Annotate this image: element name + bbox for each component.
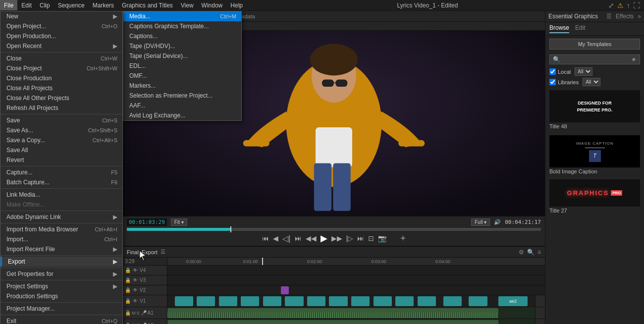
fullscreen-icon[interactable]: ⛶ <box>633 1 640 9</box>
timeline-ruler[interactable]: 3:29 0:00:00 0:01:00 0:02:00 0:03:00 0:0… <box>123 258 545 266</box>
menu-item-save[interactable]: Save Ctrl+S <box>0 115 122 125</box>
export-icon[interactable]: ↑ <box>627 1 630 9</box>
local-checkbox[interactable] <box>549 68 556 75</box>
menu-item-project-manager[interactable]: Project Manager... <box>0 304 122 314</box>
track-a2-lock[interactable]: 🔒 <box>125 323 131 324</box>
menu-item-save-as[interactable]: Save As... Ctrl+Shift+S <box>0 125 122 135</box>
track-a1-solo[interactable]: S <box>137 311 140 316</box>
track-v2-lock[interactable]: 🔒 <box>125 287 131 293</box>
goto-out-button[interactable]: ⏭ <box>357 234 364 242</box>
timeline-tool-3[interactable]: ≡ <box>537 249 541 256</box>
menu-item-link-media[interactable]: Link Media... <box>0 190 122 200</box>
export-submenu-tape-serial[interactable]: Tape (Serial Device)... <box>123 51 241 61</box>
menu-item-close-all-other[interactable]: Close All Other Projects <box>0 93 122 103</box>
template-card-3[interactable]: GRAPHICS PRO Title 27 <box>549 179 640 215</box>
menu-item-import-recent[interactable]: Import Recent File ▶ <box>0 244 122 254</box>
libraries-dropdown[interactable]: All <box>583 78 600 86</box>
track-v1-lock[interactable]: 🔒 <box>125 298 131 304</box>
menu-item-open-project[interactable]: Open Project... Ctrl+O <box>0 21 122 31</box>
timeline-tool-1[interactable]: ⚙ <box>519 249 524 256</box>
safe-margins-button[interactable]: ⊡ <box>368 234 374 242</box>
eg-expand-icon[interactable]: » <box>638 13 641 20</box>
track-v4-eye[interactable]: 👁 <box>133 268 138 273</box>
libraries-checkbox[interactable] <box>549 79 556 85</box>
menu-markers[interactable]: Markers <box>89 0 118 10</box>
timeline-tool-2[interactable]: 🔍 <box>527 249 535 256</box>
menu-item-import[interactable]: Import... Ctrl+I <box>0 234 122 244</box>
current-timecode[interactable]: 00:01:03:29 <box>127 218 167 226</box>
menu-item-exit[interactable]: Exit Ctrl+Q <box>0 316 122 324</box>
track-v2-eye[interactable]: 👁 <box>133 287 138 293</box>
timeline-menu-icon[interactable]: ☰ <box>161 249 165 255</box>
eg-menu-icon[interactable]: ☰ <box>606 13 612 20</box>
menu-item-open-production[interactable]: Open Production... <box>0 31 122 41</box>
playhead-bar[interactable] <box>127 228 541 231</box>
local-dropdown[interactable]: All <box>575 67 592 76</box>
track-a1-mute[interactable]: M <box>132 311 136 316</box>
step-back-button[interactable]: ◁| <box>282 234 290 243</box>
menu-item-import-browser[interactable]: Import from Media Browser Ctrl+Alt+I <box>0 224 122 234</box>
export-submenu-edl[interactable]: EDL... <box>123 61 241 71</box>
track-v3-eye[interactable]: 👁 <box>133 277 138 283</box>
my-templates-button[interactable]: My Templates <box>549 39 640 50</box>
menu-item-refresh[interactable]: Refresh All Projects <box>0 103 122 113</box>
window-icon-1[interactable]: ⤢ <box>608 1 614 9</box>
eg-effects-label[interactable]: Effects <box>616 13 634 20</box>
export-submenu-captions-graphics[interactable]: Captions Graphics Template... <box>123 21 241 31</box>
track-a1-lock[interactable]: 🔒 <box>125 310 131 316</box>
menu-view[interactable]: View <box>177 0 198 10</box>
menu-help[interactable]: Help <box>226 0 247 10</box>
prev-frame-button[interactable]: ◀ <box>273 234 278 242</box>
eg-search-bar[interactable]: 🔍 ★ <box>549 54 640 64</box>
menu-item-get-properties[interactable]: Get Properties for ▶ <box>0 269 122 279</box>
menu-item-export[interactable]: Export ▶ <box>0 257 122 267</box>
track-v4-lock[interactable]: 🔒 <box>125 268 131 273</box>
export-submenu-media[interactable]: Media... Ctrl+M <box>123 11 241 21</box>
export-submenu-premiere[interactable]: Selection as Premiere Project... <box>123 91 241 101</box>
menu-item-close-all-projects[interactable]: Close All Projects <box>0 83 122 93</box>
export-submenu-captions[interactable]: Captions... <box>123 31 241 41</box>
eg-search-input[interactable] <box>560 56 631 62</box>
menu-item-save-all[interactable]: Save All <box>0 145 122 155</box>
menu-item-save-copy[interactable]: Save a Copy... Ctrl+Alt+S <box>0 135 122 145</box>
warning-icon[interactable]: ⚠ <box>617 1 624 9</box>
menu-window[interactable]: Window <box>198 0 227 10</box>
export-submenu-aaf[interactable]: AAF... <box>123 101 241 110</box>
menu-item-project-settings[interactable]: Project Settings ▶ <box>0 281 122 291</box>
fit-dropdown[interactable]: Fit ▾ <box>171 218 187 226</box>
menu-item-open-recent[interactable]: Open Recent ▶ <box>0 41 122 51</box>
rewind-button[interactable]: ◀◀ <box>306 234 317 242</box>
playhead[interactable] <box>230 226 231 232</box>
menu-item-new[interactable]: New ▶ <box>0 11 122 21</box>
export-submenu-markers[interactable]: Markers... <box>123 81 241 91</box>
template-card-1[interactable]: DESIGNED FORPREMIERE PRO. Title 48 <box>549 90 640 130</box>
goto-in-point-button[interactable]: ⏭ <box>295 234 302 242</box>
menu-file[interactable]: File <box>0 0 17 10</box>
menu-item-dynamic-link[interactable]: Adobe Dynamic Link ▶ <box>0 212 122 222</box>
track-v3-lock[interactable]: 🔒 <box>125 277 131 283</box>
fast-forward-button[interactable]: ▶▶ <box>331 234 342 242</box>
menu-item-production-settings[interactable]: Production Settings <box>0 291 122 301</box>
menu-item-revert[interactable]: Revert <box>0 155 122 165</box>
track-a2-mic[interactable]: 🎤 <box>141 323 147 324</box>
quality-dropdown[interactable]: Full ▾ <box>471 218 490 226</box>
menu-clip[interactable]: Clip <box>36 0 54 10</box>
menu-item-capture[interactable]: Capture... F5 <box>0 167 122 177</box>
export-submenu-tape-dv[interactable]: Tape (DV/HDV)... <box>123 41 241 51</box>
menu-item-close[interactable]: Close Ctrl+W <box>0 54 122 63</box>
menu-graphics[interactable]: Graphics and Titles <box>118 0 177 10</box>
menu-edit[interactable]: Edit <box>17 0 36 10</box>
play-button[interactable]: ▶ <box>321 233 327 244</box>
step-forward-button[interactable]: |▷ <box>346 234 354 242</box>
menu-item-close-production[interactable]: Close Production <box>0 73 122 83</box>
star-icon[interactable]: ★ <box>631 56 637 63</box>
menu-item-close-project[interactable]: Close Project Ctrl+Shift+W <box>0 63 122 73</box>
menu-item-make-offline[interactable]: Make Offline... <box>0 200 122 210</box>
add-button[interactable]: + <box>400 233 406 244</box>
export-submenu-omf[interactable]: OMF... <box>123 71 241 81</box>
menu-sequence[interactable]: Sequence <box>54 0 89 10</box>
export-frame-button[interactable]: 📷 <box>378 234 386 242</box>
tab-edit[interactable]: Edit <box>575 24 586 33</box>
tab-browse[interactable]: Browse <box>549 24 569 33</box>
volume-icon[interactable]: 🔊 <box>494 219 501 225</box>
